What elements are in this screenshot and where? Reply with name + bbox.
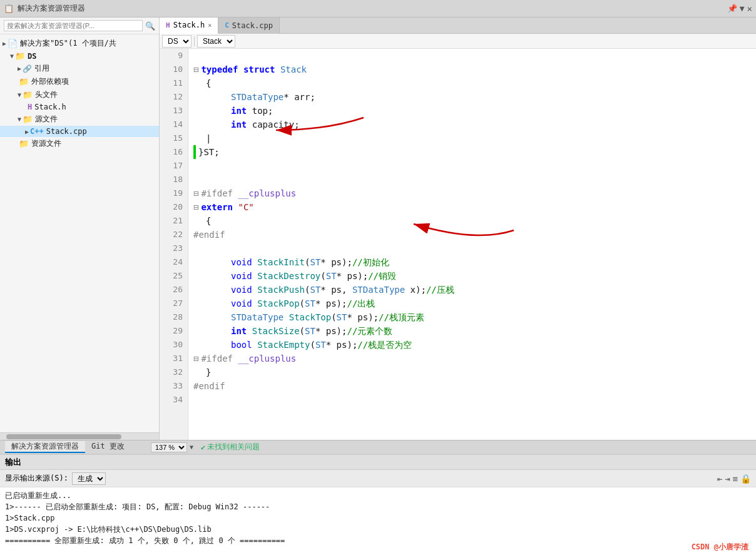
status-check: ✔ 未找到相关问题 [201, 442, 260, 452]
line-num: 25 [165, 269, 183, 283]
output-panel: 输出 显示输出来源(S): 生成 ⇤ ⇥ ≡ 🔒 已启动重新生成... 1>--… [0, 454, 756, 560]
editor-toolbar: DS Stack [160, 34, 756, 49]
code-line-11: { [193, 76, 751, 90]
line-num: 30 [165, 338, 183, 352]
tab-stackcpp[interactable]: C Stack.cpp [218, 18, 280, 34]
code-line-14: int capacity; [193, 118, 751, 131]
line-num: 28 [165, 310, 183, 324]
symbol-select[interactable]: Stack [197, 35, 235, 48]
tab-label: Stack.cpp [232, 21, 273, 30]
tab-solution-explorer[interactable]: 解决方案资源管理器 [5, 441, 85, 453]
line-num: 29 [165, 324, 183, 338]
output-icon-2[interactable]: ⇥ [725, 474, 730, 484]
code-line-21: { [193, 214, 751, 228]
top-bar-icon: 📋 [4, 4, 14, 13]
zoom-select[interactable]: 137 % [151, 442, 187, 452]
status-bar: 解决方案资源管理器 Git 更改 137 % ▼ ✔ 未找到相关问题 [0, 440, 756, 454]
output-line-3: 1>Stack.cpp [5, 512, 751, 524]
code-line-30: bool StackEmpty(ST* ps);//栈是否为空 [193, 338, 751, 352]
output-line-4: 1>DS.vcxproj -> E:\比特科技\c++\DS\Debug\DS.… [5, 524, 751, 535]
sidebar-item-label: 资源文件 [31, 138, 61, 149]
code-line-25: void StackDestroy(ST* ps);//销毁 [193, 269, 751, 283]
output-line-1: 已启动重新生成... [5, 490, 751, 501]
expand-icon: ▼ [18, 91, 21, 98]
line-num: 32 [165, 365, 183, 379]
tab-cpp-icon: C [225, 21, 229, 29]
line-num: 12 [165, 90, 183, 104]
line-num: 11 [165, 76, 183, 90]
sidebar-scrollbar[interactable] [0, 432, 159, 440]
sidebar-item-resource[interactable]: 📁 资源文件 [0, 137, 159, 150]
sidebar: 🔍 ▶ 📄 解决方案"DS"(1 个项目/共 ▼ 📁 DS ▶ 🔗 引用 [0, 18, 160, 440]
code-content[interactable]: ⊟ typedef struct Stack { STDataType* arr… [188, 49, 756, 440]
output-header: 输出 [0, 455, 756, 470]
expand-icon: ▼ [10, 53, 14, 59]
sidebar-item-ref[interactable]: ▶ 🔗 引用 [0, 62, 159, 75]
expand-icon: ▶ [18, 65, 21, 72]
sidebar-item-stackcpp[interactable]: ▶ C++ Stack.cpp [0, 126, 159, 137]
line-num: 16 [165, 145, 183, 159]
tab-stackh[interactable]: H Stack.h × [160, 18, 218, 34]
ref-icon: 🔗 [23, 64, 32, 73]
tab-git-changes[interactable]: Git 更改 [85, 441, 131, 453]
line-num: 14 [165, 118, 183, 131]
code-line-26: void StackPush(ST* ps, STDataType x);//压… [193, 283, 751, 297]
sidebar-tree: ▶ 📄 解决方案"DS"(1 个项目/共 ▼ 📁 DS ▶ 🔗 引用 📁 外部依… [0, 34, 159, 432]
solution-icon: 📄 [8, 39, 18, 48]
folder-icon: 📁 [23, 90, 33, 99]
output-icon-1[interactable]: ⇤ [717, 474, 722, 484]
search-input[interactable] [4, 20, 143, 31]
output-source-select[interactable]: 生成 [72, 472, 106, 485]
code-line-12: STDataType* arr; [193, 90, 751, 104]
close-tab-icon[interactable]: × [208, 22, 212, 29]
code-line-13: int top; [193, 104, 751, 118]
line-num: 24 [165, 255, 183, 269]
expand-icon: ▶ [25, 128, 29, 135]
line-num: 13 [165, 104, 183, 118]
namespace-select[interactable]: DS [162, 35, 192, 48]
sidebar-item-label: 源文件 [35, 114, 58, 125]
top-bar-title: 解决方案资源管理器 [18, 3, 85, 14]
line-num: 34 [165, 393, 183, 407]
output-icon-4[interactable]: 🔒 [740, 474, 751, 484]
sidebar-item-label: 外部依赖项 [31, 76, 69, 87]
sidebar-item-label: Stack.cpp [46, 127, 87, 136]
line-num: 31 [165, 352, 183, 365]
expand-icon: ▼ [18, 116, 21, 123]
tab-label: Stack.h [173, 21, 205, 29]
sidebar-item-label: Stack.h [34, 103, 66, 111]
code-line-10: ⊟ typedef struct Stack [193, 63, 751, 76]
search-icon[interactable]: 🔍 [145, 21, 155, 31]
tab-h-icon: H [166, 21, 170, 29]
line-num: 21 [165, 214, 183, 228]
sidebar-item-source[interactable]: ▼ 📁 源文件 [0, 113, 159, 126]
sidebar-item-stackh[interactable]: H Stack.h [0, 101, 159, 113]
line-num: 26 [165, 283, 183, 297]
line-num: 22 [165, 228, 183, 242]
sidebar-search-bar: 🔍 [0, 18, 159, 34]
output-icons: ⇤ ⇥ ≡ 🔒 [717, 474, 751, 484]
file-icon: H [28, 103, 32, 111]
zoom-dropdown-icon[interactable]: ▼ [190, 444, 193, 451]
code-line-9 [193, 49, 751, 63]
code-line-16: }ST; [193, 145, 751, 159]
output-icon-3[interactable]: ≡ [733, 474, 738, 484]
expand-icon: ▶ [3, 40, 6, 47]
sidebar-item-solution[interactable]: ▶ 📄 解决方案"DS"(1 个项目/共 [0, 37, 159, 50]
code-line-17 [193, 159, 751, 173]
close-button[interactable]: × [747, 4, 752, 14]
code-line-15: | [193, 131, 751, 145]
line-num: 9 [165, 49, 183, 63]
code-line-20: ⊟ extern "C" [193, 200, 751, 214]
dock-icon[interactable]: ▼ [740, 4, 745, 13]
sidebar-item-ds[interactable]: ▼ 📁 DS [0, 50, 159, 62]
sidebar-item-extern[interactable]: 📁 外部依赖项 [0, 75, 159, 88]
sidebar-item-label: DS [28, 52, 36, 61]
sidebar-item-label: 引用 [34, 63, 49, 74]
line-numbers: 9 10 11 12 13 14 15 16 17 18 19 20 21 22… [160, 49, 188, 440]
sidebar-item-headers[interactable]: ▼ 📁 头文件 [0, 88, 159, 101]
code-line-33: #endif [193, 379, 751, 393]
code-line-19: ⊟ #ifdef __cplusplus [193, 186, 751, 200]
output-content: 已启动重新生成... 1>------ 已启动全部重新生成: 项目: DS, 配… [0, 487, 756, 560]
pin-icon[interactable]: 📌 [727, 4, 737, 13]
